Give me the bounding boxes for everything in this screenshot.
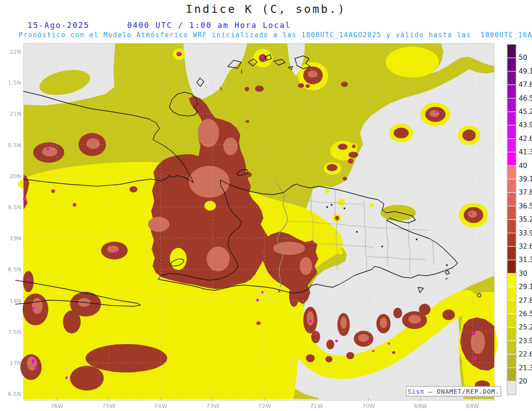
contour-salmon-core bbox=[42, 147, 57, 157]
colorbar-segment bbox=[507, 98, 516, 112]
contour-yellow-dot bbox=[325, 189, 329, 193]
contour-salmon-core bbox=[471, 331, 485, 354]
contour-red-chain-dot bbox=[343, 177, 347, 180]
magenta-hotspot bbox=[473, 332, 476, 335]
colorbar-segment bbox=[507, 206, 516, 219]
colorbar-tick-label: 40 bbox=[519, 162, 527, 170]
colorbar-segment bbox=[507, 287, 516, 300]
magenta-hotspot bbox=[66, 376, 68, 379]
magenta-hotspot bbox=[52, 190, 55, 192]
colorbar-segment bbox=[507, 139, 516, 152]
colorbar-tick-label: 47.8 bbox=[519, 81, 532, 89]
colorbar-tick-label: 26.5 bbox=[519, 310, 532, 318]
magenta-hotspot bbox=[74, 204, 76, 206]
colorbar-tick-label: 46.5 bbox=[519, 94, 532, 102]
colorbar-segment bbox=[507, 327, 516, 341]
colorbar-tick-label: 22.6 bbox=[519, 350, 532, 358]
lat-tick-label: 19N bbox=[10, 235, 21, 242]
lon-tick-label: 74W bbox=[154, 403, 168, 409]
colorbar-tick-label: 32.6 bbox=[519, 243, 532, 251]
magenta-hotspot bbox=[470, 213, 473, 215]
map-speck bbox=[344, 207, 345, 209]
contour-red-dot bbox=[246, 120, 249, 123]
contour-salmon-core bbox=[408, 315, 421, 324]
lon-tick-label: 71W bbox=[310, 403, 323, 409]
contour-salmon-core bbox=[307, 311, 314, 325]
colorbar-segment bbox=[507, 368, 516, 381]
colorbar: 5049.147.846.545.243.942.641.34039.137.8… bbox=[507, 44, 532, 395]
lon-tick-label: 69W bbox=[414, 403, 427, 409]
lat-tick-label: 8.5N bbox=[8, 266, 21, 273]
contour-bright-patch bbox=[386, 47, 439, 78]
colorbar-tick-label: 25.2 bbox=[519, 323, 532, 331]
contour-red-chain-dot bbox=[327, 164, 337, 171]
contour-salmon-core bbox=[340, 317, 347, 329]
magenta-hotspot bbox=[474, 356, 477, 360]
lat-tick-label: 6.5N bbox=[8, 391, 21, 397]
colorbar-tick-label: 20 bbox=[519, 377, 527, 385]
contour-red-dot bbox=[305, 84, 310, 88]
contour-red-arc-blob bbox=[346, 352, 354, 359]
contour-red-sw-blob bbox=[86, 344, 167, 372]
contour-salmon-core bbox=[107, 246, 119, 253]
magenta-hotspot bbox=[32, 307, 35, 309]
contour-red-arc-blob bbox=[325, 356, 332, 362]
magenta-hotspot bbox=[35, 366, 37, 370]
contour-salmon-core bbox=[207, 247, 230, 271]
k-index-map: 22N1.5N21N0.5N20N9.5N19N8.5N18N7.5N17N6.… bbox=[0, 0, 532, 411]
contour-red-chain-dot bbox=[348, 152, 358, 158]
contour-red-arc-blob bbox=[393, 308, 402, 318]
contour-red-dot bbox=[256, 321, 261, 325]
contour-yellow-hole bbox=[204, 201, 216, 211]
colorbar-tick-label: 41.3 bbox=[519, 148, 532, 156]
contour-olive-samana-patch bbox=[380, 205, 416, 221]
colorbar-segment bbox=[507, 381, 516, 395]
colorbar-tick-label: 42.6 bbox=[519, 135, 532, 143]
contour-salmon-core bbox=[380, 317, 387, 328]
colorbar-tick-label: 23.9 bbox=[519, 337, 532, 345]
contour-red-dot bbox=[129, 186, 137, 192]
contour-yellow-dot bbox=[338, 249, 343, 254]
contour-salmon-core bbox=[308, 70, 317, 78]
colorbar-tick-label: 45.2 bbox=[519, 108, 532, 116]
contour-salmon-core bbox=[273, 242, 305, 255]
magenta-hotspot bbox=[256, 299, 259, 301]
contour-salmon-core bbox=[300, 257, 312, 275]
lon-tick-label: 76W bbox=[50, 403, 63, 409]
contour-salmon-core bbox=[223, 137, 238, 155]
contour-red-dot bbox=[341, 82, 348, 87]
colorbar-tick-label: 43.9 bbox=[519, 121, 532, 129]
colorbar-tick-label: 29.1 bbox=[519, 283, 532, 291]
magenta-hotspot bbox=[372, 350, 375, 352]
contour-salmon-core bbox=[358, 334, 369, 342]
colorbar-segment bbox=[507, 71, 516, 85]
weather-map-page: Indice K (C, somb.) 15-Ago-2025 0400 UTC… bbox=[0, 0, 532, 411]
magenta-hotspot bbox=[32, 359, 35, 364]
lat-tick-label: 1.5N bbox=[8, 79, 21, 86]
contour-red-sw-blob bbox=[70, 366, 104, 391]
lat-tick-label: 18N bbox=[10, 297, 21, 304]
map-speck bbox=[446, 264, 448, 266]
map-speck bbox=[331, 204, 332, 206]
contour-red-dot bbox=[392, 351, 395, 354]
colorbar-tick-label: 39.1 bbox=[519, 175, 532, 183]
contour-red-dot bbox=[245, 87, 249, 91]
attribution-box: Sisπ – ONAMET/REP.DOM. bbox=[406, 386, 501, 396]
contour-yellow-dot bbox=[370, 204, 373, 207]
lon-tick-label: 75W bbox=[102, 403, 115, 409]
brand-label: Sisπ bbox=[407, 388, 424, 395]
magenta-hotspot bbox=[435, 111, 438, 113]
contour-salmon-core bbox=[198, 119, 219, 147]
colorbar-tick-label: 37.8 bbox=[519, 188, 532, 196]
contour-red-arc-blob bbox=[442, 309, 455, 320]
colorbar-segment bbox=[507, 233, 516, 247]
magenta-hotspot bbox=[114, 251, 117, 254]
magenta-hotspot bbox=[47, 148, 49, 150]
contour-yellow-dot bbox=[338, 199, 345, 206]
lon-tick-label: 68W bbox=[466, 403, 479, 409]
magenta-hotspot bbox=[350, 160, 352, 161]
lat-tick-label: 0.5N bbox=[8, 142, 21, 149]
magenta-hotspot bbox=[23, 197, 26, 201]
map-speck bbox=[326, 206, 328, 208]
magenta-hotspot bbox=[278, 290, 281, 293]
